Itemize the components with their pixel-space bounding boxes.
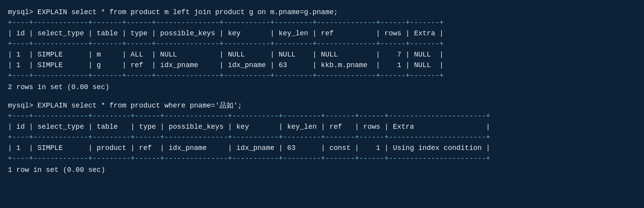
query2-header: | id | select_type | table | type | poss… [8,122,636,132]
query1-sep3: +----+-------------+-------+------+-----… [8,71,636,81]
query1-result: 2 rows in set (0.00 sec) [8,82,636,93]
query2-result: 1 row in set (0.00 sec) [8,165,636,175]
spacer1 [8,96,636,100]
query1-sep2: +----+-------------+-------+------+-----… [8,39,636,49]
query2-sep1: +----+-------------+---------+------+---… [8,111,636,122]
query1-prompt: mysql> EXPLAIN select * from product m l… [8,7,636,18]
query1-sep1: +----+-------------+-------+------+-----… [8,18,636,28]
query2-prompt: mysql> EXPLAIN select * from product whe… [8,100,636,111]
query1-row1: | 1 | SIMPLE | m | ALL | NULL | NULL | N… [8,49,636,60]
query1-row2: | 1 | SIMPLE | g | ref | idx_pname | idx… [8,60,636,71]
terminal: mysql> EXPLAIN select * from product m l… [8,7,636,175]
query2-sep3: +----+-------------+---------+------+---… [8,153,636,164]
query2-sep2: +----+-------------+---------+------+---… [8,132,636,143]
query2-row1: | 1 | SIMPLE | product | ref | idx_pname… [8,143,636,153]
query1-header: | id | select_type | table | type | poss… [8,28,636,39]
